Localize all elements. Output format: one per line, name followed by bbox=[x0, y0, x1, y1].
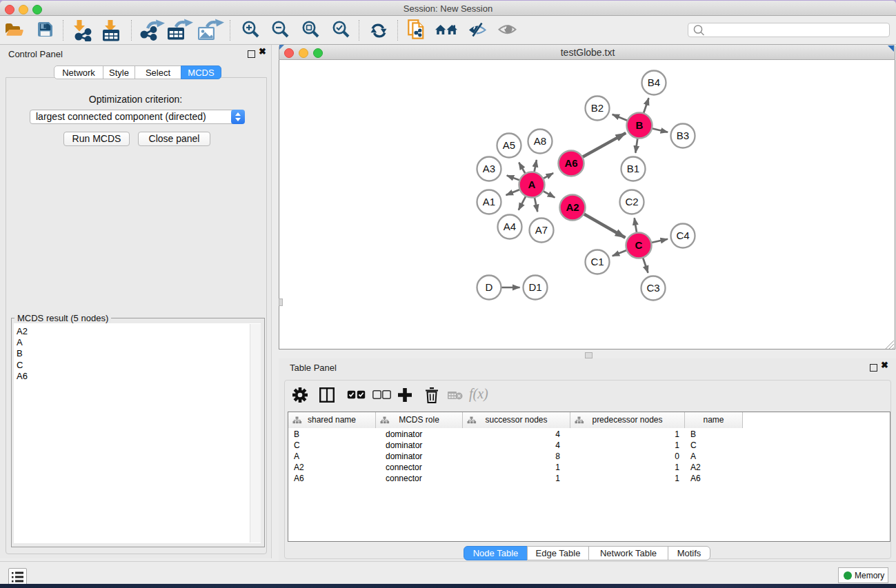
svg-text:A7: A7 bbox=[535, 224, 548, 236]
svg-text:B2: B2 bbox=[591, 102, 604, 114]
svg-text:C: C bbox=[635, 239, 643, 251]
svg-text:B4: B4 bbox=[648, 77, 660, 88]
svg-text:B3: B3 bbox=[677, 130, 689, 141]
svg-text:C4: C4 bbox=[676, 230, 689, 241]
svg-text:B1: B1 bbox=[627, 163, 639, 174]
svg-text:C3: C3 bbox=[646, 282, 659, 294]
svg-text:C1: C1 bbox=[590, 256, 604, 267]
svg-text:A: A bbox=[528, 179, 536, 190]
svg-text:A4: A4 bbox=[504, 221, 516, 232]
svg-text:A3: A3 bbox=[483, 163, 495, 174]
svg-text:D: D bbox=[486, 281, 493, 293]
svg-text:A1: A1 bbox=[483, 196, 495, 207]
svg-text:A5: A5 bbox=[503, 139, 515, 151]
svg-text:B: B bbox=[636, 119, 644, 131]
svg-text:A8: A8 bbox=[534, 135, 546, 147]
svg-text:D1: D1 bbox=[528, 281, 541, 293]
svg-text:C2: C2 bbox=[625, 196, 638, 207]
svg-text:A6: A6 bbox=[564, 157, 577, 169]
svg-text:A2: A2 bbox=[566, 201, 579, 213]
